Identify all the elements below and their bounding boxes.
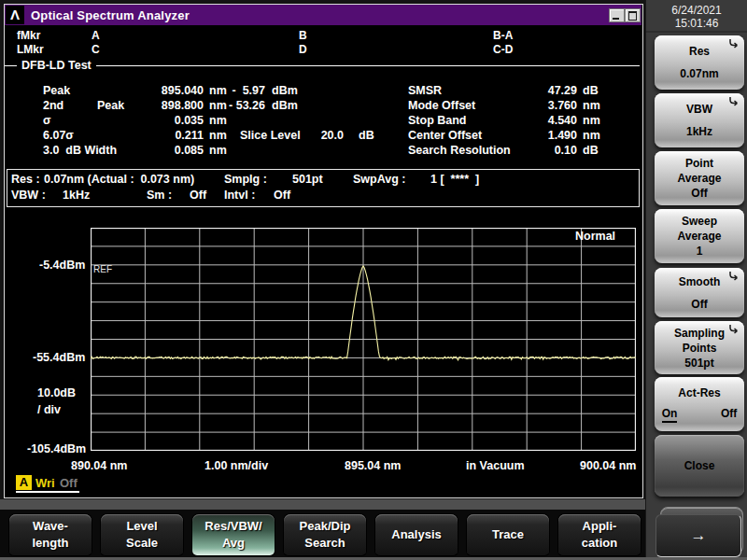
swpavg-setting-key: SwpAvg :: [353, 173, 405, 186]
analysis-row: 2nd Peak 898.800 nm - 53.26 dBm Mode Off…: [0, 99, 645, 113]
tab-label: Res/VBW/: [204, 520, 261, 533]
x-axis-div-label: 1.00 nm/div: [204, 459, 268, 472]
softkey-label: Res: [689, 45, 710, 58]
sm-setting-key: Sm :: [147, 189, 172, 202]
result-label: σ: [43, 114, 51, 127]
tab-wavelength[interactable]: Wave- length: [9, 514, 92, 555]
softkey-value: Off: [691, 187, 707, 200]
smplg-setting-key: Smplg :: [224, 173, 267, 186]
tab-analysis[interactable]: Analysis: [375, 514, 458, 555]
trace-legend-underline: [16, 491, 79, 493]
vbw-setting-value: 1kHz: [63, 189, 90, 202]
result-label: 6.07σ: [43, 129, 74, 142]
analysis-row: 3.0 dB Width 0.085 nm Search Resolution …: [0, 144, 645, 158]
panel-bottom-strip: [0, 499, 645, 510]
submenu-arrow-icon: [728, 38, 740, 49]
result-unit: nm: [583, 129, 600, 142]
submenu-arrow-icon: [728, 324, 740, 335]
analysis-row: 6.07σ 0.211 nm Slice Level 20.0 dB Cente…: [0, 129, 645, 143]
maximize-button[interactable]: [625, 8, 641, 22]
tab-label: Scale: [126, 537, 158, 550]
result-value: 1.490: [504, 129, 577, 142]
smplg-setting-value: 501pt: [292, 173, 323, 186]
softkey-label: VBW: [686, 103, 712, 116]
result-power-unit: dBm: [272, 84, 298, 97]
softkey-label: Point: [685, 157, 713, 170]
result-unit: nm: [583, 114, 600, 127]
next-page-arrow-icon: →: [691, 526, 707, 545]
tab-label: Avg: [222, 537, 245, 550]
result-label: Search Resolution: [408, 144, 511, 157]
res-setting-value: 0.07nm (Actual : 0.073 nm): [44, 173, 194, 186]
result-unit: nm: [583, 99, 600, 112]
softkey-point-average[interactable]: Point Average Off: [655, 151, 744, 205]
submenu-arrow-icon: [728, 271, 740, 282]
marker-ba-label: B-A: [493, 29, 513, 42]
grid-lines: [91, 228, 636, 451]
tab-application[interactable]: Appli- cation: [558, 514, 641, 555]
result-wavelength: 0.035: [120, 114, 204, 127]
marker-fmkr-label: fMkr: [17, 29, 40, 42]
slice-level-label: Slice Level: [240, 129, 301, 142]
x-axis-stop-label: 900.04 nm: [580, 459, 636, 472]
softkey-value: 1: [697, 245, 703, 258]
tab-trace[interactable]: Trace: [467, 514, 549, 555]
act-res-toggle: On Off: [656, 407, 743, 423]
tab-label: length: [33, 537, 69, 550]
trace-state-label: Off: [60, 476, 78, 490]
softkey-smooth[interactable]: Smooth Off: [655, 268, 744, 317]
x-axis-start-label: 890.04 nm: [71, 459, 127, 472]
marker-lmkr-label: LMkr: [17, 43, 44, 56]
y-axis-mid-label: -55.4dBm: [33, 351, 85, 364]
date-label: 6/24/2021: [646, 4, 747, 17]
softkey-act-res[interactable]: Act-Res On Off: [655, 377, 744, 431]
marker-a-label: A: [92, 29, 100, 42]
marker-d-label: D: [299, 43, 307, 56]
softkey-close[interactable]: Close: [655, 435, 744, 497]
result-value: 3.760: [504, 99, 577, 112]
tab-peak-dip-search[interactable]: Peak/Dip Search: [284, 514, 366, 555]
result-wavelength-unit: nm: [209, 144, 227, 157]
softkey-label: Close: [684, 459, 715, 472]
result-unit: dB: [583, 84, 599, 97]
minimize-button[interactable]: [609, 8, 625, 22]
softkey-value: 0.07nm: [680, 67, 718, 80]
softkey-label: Average: [678, 172, 722, 185]
osa-screen: Λ Optical Spectrum Analyzer fMkr A B B-A…: [0, 0, 747, 560]
result-power-unit: dBm: [272, 99, 298, 112]
intvl-setting-key: Intvl :: [224, 189, 255, 202]
result-wavelength: 0.085: [120, 144, 204, 157]
result-label: SMSR: [408, 84, 442, 97]
analysis-row: σ 0.035 nm Stop Band 4.540 nm: [0, 114, 645, 128]
sm-setting-value: Off: [190, 189, 206, 202]
result-value: 4.540: [504, 114, 577, 127]
test-title-rule: [5, 65, 640, 66]
window-title: Optical Spectrum Analyzer: [31, 8, 190, 22]
softkey-label: Sweep: [682, 215, 717, 228]
tab-res-vbw-avg[interactable]: Res/VBW/ Avg: [192, 514, 275, 555]
softkey-label: Sampling: [674, 327, 725, 340]
result-label: 3.0 dB Width: [43, 144, 117, 157]
result-wavelength-unit: nm: [209, 129, 227, 142]
act-res-off-option[interactable]: Off: [721, 407, 737, 423]
result-power: - 5.97: [205, 84, 265, 97]
softkey-sweep-average[interactable]: Sweep Average 1: [655, 209, 744, 263]
trace-a-badge[interactable]: A: [16, 475, 32, 490]
softkey-res[interactable]: Res 0.07nm: [655, 35, 744, 90]
tab-level-scale[interactable]: Level Scale: [101, 514, 183, 555]
time-label: 15:01:46: [646, 17, 747, 30]
tab-label: cation: [582, 537, 617, 550]
result-wavelength: 895.040: [120, 84, 204, 97]
toolbar-next-page-button[interactable]: →: [655, 514, 741, 557]
res-setting-key: Res :: [11, 173, 40, 186]
softkey-vbw[interactable]: VBW 1kHz: [655, 93, 744, 147]
softkey-sampling-points[interactable]: Sampling Points 501pt: [655, 321, 744, 374]
act-res-on-option[interactable]: On: [662, 407, 678, 423]
x-axis-center-label: 895.04 nm: [345, 459, 401, 472]
swpavg-setting-value: 1 [ **** ]: [430, 173, 479, 186]
anritsu-logo-icon: Λ: [6, 6, 24, 24]
result-label: Mode Offset: [408, 99, 475, 112]
softkey-label: Points: [683, 342, 717, 355]
y-axis-scale-label: 10.0dB: [37, 386, 76, 399]
softkey-value: 1kHz: [686, 125, 712, 138]
